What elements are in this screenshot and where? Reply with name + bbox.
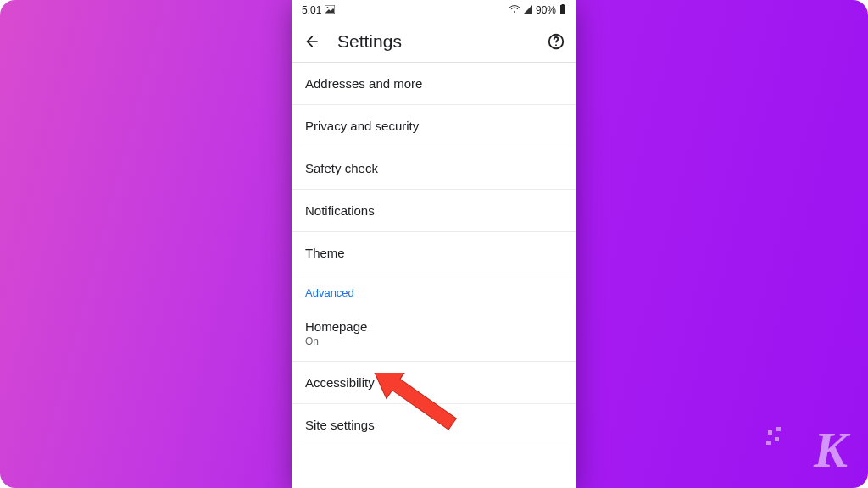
page-title: Settings <box>337 31 531 52</box>
settings-list: Addresses and more Privacy and security … <box>292 63 576 446</box>
row-sublabel: On <box>305 336 563 347</box>
row-label: Site settings <box>305 418 563 432</box>
picture-icon <box>325 4 335 16</box>
status-bar: 5:01 90% <box>292 0 576 20</box>
row-label: Notifications <box>305 203 563 218</box>
row-label: Addresses and more <box>305 76 563 91</box>
row-label: Homepage <box>305 319 563 334</box>
battery-icon <box>559 4 566 17</box>
svg-rect-3 <box>560 5 565 14</box>
row-theme[interactable]: Theme <box>292 232 576 274</box>
row-accessibility[interactable]: Accessibility <box>292 362 576 404</box>
battery-text: 90% <box>536 4 556 16</box>
watermark-dots <box>766 427 792 456</box>
svg-rect-11 <box>775 437 779 441</box>
help-button[interactable] <box>546 31 566 52</box>
phone-frame: 5:01 90% Settin <box>292 0 576 488</box>
arrow-left-icon <box>303 33 320 50</box>
wifi-icon <box>509 4 520 16</box>
svg-rect-4 <box>562 4 565 6</box>
row-site-settings[interactable]: Site settings <box>292 404 576 446</box>
svg-point-2 <box>514 11 515 13</box>
row-privacy[interactable]: Privacy and security <box>292 105 576 147</box>
svg-rect-10 <box>766 441 771 445</box>
row-label: Theme <box>305 246 563 260</box>
status-time: 5:01 <box>302 4 321 16</box>
svg-point-1 <box>327 7 329 8</box>
row-label: Privacy and security <box>305 119 563 133</box>
section-advanced: Advanced <box>292 274 576 306</box>
row-label: Safety check <box>305 161 563 175</box>
help-icon <box>547 32 565 51</box>
row-addresses[interactable]: Addresses and more <box>292 63 576 105</box>
signal-icon <box>524 4 532 16</box>
back-button[interactable] <box>302 31 322 52</box>
watermark-k-icon: K <box>814 421 846 480</box>
svg-point-6 <box>555 44 557 46</box>
row-label: Accessibility <box>305 375 563 390</box>
svg-rect-8 <box>768 430 772 435</box>
row-safety[interactable]: Safety check <box>292 147 576 190</box>
background: 5:01 90% Settin <box>0 0 868 488</box>
row-notifications[interactable]: Notifications <box>292 190 576 232</box>
svg-rect-9 <box>776 427 781 431</box>
title-bar: Settings <box>292 20 576 63</box>
row-homepage[interactable]: Homepage On <box>292 306 576 362</box>
